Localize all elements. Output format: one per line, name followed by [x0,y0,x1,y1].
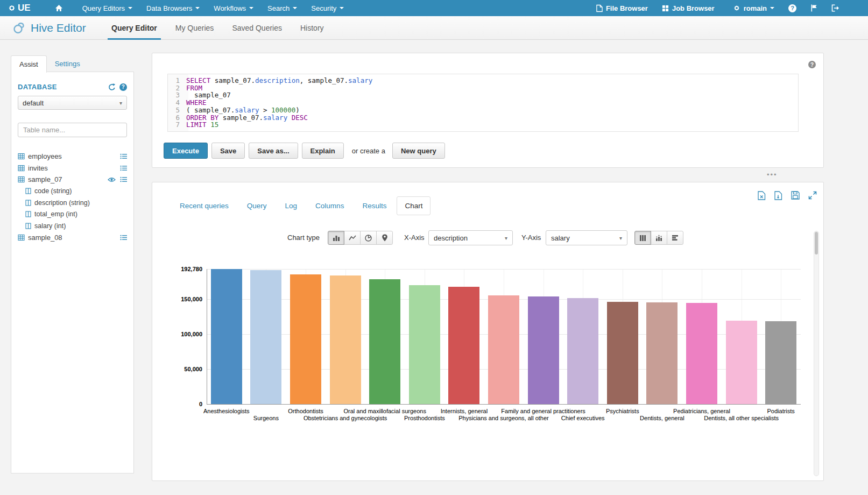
code-editor[interactable]: 1SELECT sample_07.description, sample_07… [167,74,799,132]
table-row-invites[interactable]: invites [18,162,127,174]
vertical-scrollbar[interactable] [814,231,819,476]
chart-type-pie-button[interactable] [360,231,377,245]
chart-bar[interactable] [369,279,400,404]
code-line[interactable]: 4WHERE [168,99,798,107]
tab-my-queries[interactable]: My Queries [166,16,223,40]
chart-bar[interactable] [686,303,717,404]
explain-button[interactable]: Explain [302,143,344,159]
column-row-code[interactable]: code (string) [18,186,127,197]
code-line[interactable]: 1SELECT sample_07.description, sample_07… [168,77,798,84]
column-row-total-emp[interactable]: total_emp (int) [18,209,127,221]
chart-bar[interactable] [211,269,242,404]
home-button[interactable] [48,0,70,16]
list-icon[interactable] [120,165,127,171]
save-button[interactable]: Save [211,143,245,159]
save-as-button[interactable]: Save as... [249,143,298,159]
chart-bar[interactable] [765,321,796,404]
code-line[interactable]: 7LIMIT 15 [168,121,798,129]
help-button[interactable]: ? [781,0,803,16]
chart-bar[interactable] [330,275,361,404]
job-browser-button[interactable]: Job Browser [655,0,722,16]
hue-logo[interactable]: UE [0,3,38,13]
assist-sidebar: Assist Settings DATABASE ? default ▾ [11,54,134,473]
database-select[interactable]: default ▾ [18,96,127,110]
chart-type-line-button[interactable] [344,231,361,245]
menu-query-editors[interactable]: Query Editors [75,0,139,16]
code-line[interactable]: 2FROM [168,84,798,92]
logout-button[interactable] [824,0,846,16]
download-csv-icon[interactable] [774,191,782,200]
execute-button[interactable]: Execute [164,143,208,159]
tab-assist[interactable]: Assist [11,55,47,73]
y-axis-select[interactable]: salary ▾ [546,230,627,245]
refresh-icon[interactable] [108,83,116,91]
resize-gripper[interactable]: ••• [767,171,778,179]
tab-results[interactable]: Results [354,196,394,215]
tab-saved-queries[interactable]: Saved Queries [223,16,291,40]
chart-bar[interactable] [726,321,757,404]
tab-settings[interactable]: Settings [47,55,88,72]
tab-chart[interactable]: Chart [397,196,431,215]
chart-type-bars-button[interactable] [328,231,344,245]
table-row-sample-08[interactable]: sample_08 [18,232,127,244]
editor-actions: Execute Save Save as... Explain or creat… [164,143,445,159]
chart-bar[interactable] [646,302,678,404]
horizontal-bars-button[interactable] [667,231,683,245]
table-filter-input[interactable] [18,123,127,137]
chart-bar[interactable] [607,302,638,404]
help-icon[interactable]: ? [119,83,127,91]
chart-bar[interactable] [290,274,321,404]
chart-bar[interactable] [250,270,281,404]
chart-bar[interactable] [409,285,440,404]
scrollbar-thumb[interactable] [815,232,818,254]
menu-workflows[interactable]: Workflows [207,0,260,16]
x-axis-select[interactable]: description ▾ [428,230,513,245]
tab-query-editor[interactable]: Query Editor [102,16,166,40]
code-line[interactable]: 6ORDER BY sample_07.salary DESC [168,114,798,122]
menu-data-browsers[interactable]: Data Browsers [139,0,207,16]
menu-security[interactable]: Security [304,0,351,16]
menu-search[interactable]: Search [260,0,304,16]
list-icon[interactable] [120,235,127,241]
chart-type-group [328,231,393,245]
list-icon[interactable] [120,153,127,159]
map-marker-icon [382,234,388,242]
tab-label: Query Editor [111,24,157,32]
chart-bar[interactable] [488,295,519,404]
tab-history[interactable]: History [291,16,333,40]
stacked-bars-button[interactable] [651,231,667,245]
line-number: 1 [168,77,184,84]
chart-bar[interactable] [448,287,479,404]
chart-type-map-button[interactable] [376,231,393,245]
chart-bar[interactable] [567,298,598,404]
tab-query[interactable]: Query [239,196,275,215]
download-xls-icon[interactable] [758,191,766,200]
chevron-down-icon [293,7,297,9]
eye-icon[interactable] [108,177,116,182]
file-browser-button[interactable]: File Browser [589,0,655,16]
grouped-bars-button[interactable] [634,231,651,245]
column-icon [25,211,31,217]
chart-bar[interactable] [528,296,559,404]
tab-columns[interactable]: Columns [307,196,352,215]
expand-icon[interactable] [808,191,817,200]
column-name: description (string) [34,199,90,207]
save-results-icon[interactable] [791,191,800,200]
help-icon[interactable]: ? [808,61,816,68]
code-line[interactable]: 3 sample_07 [168,91,798,99]
table-name: sample_07 [28,175,62,183]
chevron-down-icon [340,7,344,9]
feedback-flag-button[interactable] [803,0,824,16]
list-icon[interactable] [120,176,127,182]
tab-log[interactable]: Log [277,196,306,215]
table-row-employees[interactable]: employees [18,151,127,162]
table-row-sample-07[interactable]: sample_07 [18,174,127,186]
tab-recent-queries[interactable]: Recent queries [172,196,237,215]
file-icon [596,4,603,12]
new-query-button[interactable]: New query [392,143,445,159]
user-menu[interactable]: romain [726,0,781,16]
column-row-description[interactable]: description (string) [18,197,127,209]
horizontal-bars-icon [672,235,679,241]
column-row-salary[interactable]: salary (int) [18,220,127,232]
code-line[interactable]: 5( sample_07.salary > 100000) [168,107,798,114]
